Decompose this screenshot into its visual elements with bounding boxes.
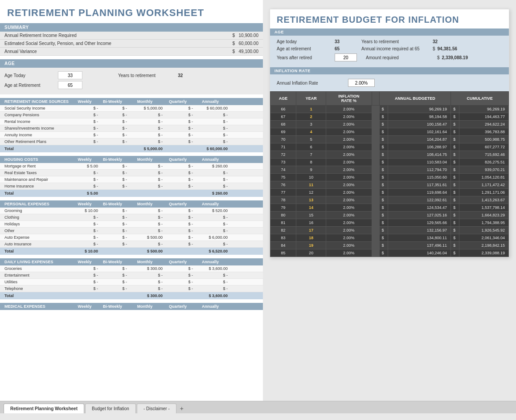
housing-total-weekly: $ 5.00 <box>71 191 98 196</box>
budget-annual-dollar: $ <box>433 46 435 51</box>
years-to-retirement-value: 32 <box>178 73 183 78</box>
main-container: RETIREMENT PLANNING WORKSHEET SUMMARY An… <box>0 0 516 401</box>
list-item: Other Retirement Plans$ -$ -$ -$ -$ - <box>0 139 263 145</box>
table-row: 79 14 2.00% $ 124,534.47 $ 1,537,798.14 <box>270 204 509 212</box>
income-quarterly-header: Quarterly <box>163 99 193 104</box>
budget-years-retirement-label: Years to retirement <box>361 39 433 44</box>
income-total-row: Total $ 5,000.00 $ 60,000.00 <box>0 145 263 152</box>
personal-section: PERSONAL EXPENSES Weekly Bi-Weekly Month… <box>0 200 263 255</box>
inflation-content: Annual Inflation Rate <box>270 74 509 91</box>
table-row: 67 2 2.00% $ 98,194.58 $ 194,463.77 <box>270 113 509 121</box>
summary-amount-1: 60,000.00 <box>239 41 259 46</box>
table-row: 68 3 2.00% $ 100,158.47 $ 294,622.24 <box>270 121 509 128</box>
budget-table: AGE YEAR INFLATIONRATE % ANNUAL BUDGETED… <box>270 91 509 257</box>
summary-amount-2: 49,100.00 <box>239 49 259 54</box>
tab-worksheet[interactable]: Retirement Planning Worksheet <box>4 404 84 413</box>
inflation-header: INFLATION RATE <box>270 67 509 74</box>
summary-value-2: $ 49,100.00 <box>233 49 258 54</box>
right-panel: RETIREMENT BUDGET FOR INFLATION AGE Age … <box>263 0 516 401</box>
list-item: Real Estate Taxes$ -$ -$ -$ -$ - <box>0 170 263 176</box>
list-item: Rental Income$ -$ -$ -$ -$ - <box>0 118 263 125</box>
summary-dollar-2: $ <box>233 49 235 54</box>
medical-section: MEDICAL EXPENSES Weekly Bi-Weekly Monthl… <box>0 303 263 310</box>
housing-total-row: Total $ 5.00 $ 260.00 <box>0 190 263 197</box>
income-total-label: Total <box>4 147 71 151</box>
age-retirement-row: Age at Retirement <box>4 81 258 89</box>
col-spacer <box>372 92 379 106</box>
age-today-row: Age Today Years to retirement 32 <box>4 71 258 79</box>
table-row: 70 5 2.00% $ 104,204.87 $ 500,988.75 <box>270 136 509 143</box>
summary-row-0: Annual Retirement Income Required $ 10,9… <box>0 32 263 40</box>
table-row: 77 12 2.00% $ 119,698.64 $ 1,291,171.06 <box>270 189 509 196</box>
col-cumulative: CUMULATIVE <box>451 92 509 106</box>
list-item: Social Security Income$ -$ -$ 5,000.00$ … <box>0 105 263 112</box>
budget-amount-val: 2,339,088.19 <box>442 55 468 60</box>
summary-value-1: $ 60,000.00 <box>233 41 258 46</box>
list-item: Telephone$ -$ -$ -$ -$ - <box>0 285 263 292</box>
inflation-input[interactable] <box>348 79 375 87</box>
summary-amount-0: 10,900.00 <box>239 33 259 38</box>
table-row: 83 18 2.00% $ 134,800.11 $ 2,061,346.04 <box>270 234 509 242</box>
summary-label-2: Annual Variance <box>4 49 37 54</box>
summary-label-1: Estimated Social Security, Pension, and … <box>4 41 111 46</box>
tab-bar: Retirement Planning Worksheet Budget for… <box>0 401 516 413</box>
age-today-label: Age Today <box>4 73 58 78</box>
budget-retirement-label: Age at retirement <box>277 46 335 51</box>
col-annual: ANNUAL BUDGETED <box>379 92 451 106</box>
table-row: 69 4 2.00% $ 102,161.64 $ 396,783.88 <box>270 128 509 136</box>
income-monthly-header: Monthly <box>127 99 163 104</box>
col-inflation: INFLATIONRATE % <box>326 92 372 106</box>
table-row: 75 10 2.00% $ 115,050.60 $ 1,054,120.81 <box>270 174 509 181</box>
age-retirement-input[interactable] <box>58 81 82 89</box>
add-tab-button[interactable]: + <box>177 404 186 413</box>
list-item: Annuity Income$ -$ -$ -$ -$ - <box>0 132 263 139</box>
list-item: Holidays$ -$ -$ -$ -$ - <box>0 221 263 228</box>
left-panel: RETIREMENT PLANNING WORKSHEET SUMMARY An… <box>0 0 263 401</box>
summary-dollar-1: $ <box>233 41 235 46</box>
budget-age-today-val: 33 <box>335 39 357 44</box>
table-row: 73 8 2.00% $ 110,583.04 $ 826,275.51 <box>270 159 509 166</box>
budget-title: RETIREMENT BUDGET FOR INFLATION <box>270 9 509 29</box>
list-item: Auto Insurance$ -$ -$ -$ -$ - <box>0 241 263 248</box>
housing-section: HOUSING COSTS Weekly Bi-Weekly Monthly Q… <box>0 156 263 197</box>
age-section: AGE Age Today Years to retirement 32 Age… <box>0 59 263 94</box>
list-item: Home Insurance$ -$ -$ -$ -$ - <box>0 183 263 190</box>
age-header: AGE <box>0 59 263 68</box>
budget-card: RETIREMENT BUDGET FOR INFLATION AGE Age … <box>270 9 509 257</box>
budget-annual-income-label: Annual income required at 65 <box>361 46 433 51</box>
years-to-retirement-label: Years to retirement <box>118 73 156 78</box>
summary-row-1: Estimated Social Security, Pension, and … <box>0 40 263 48</box>
table-row: 66 1 2.00% $ 96,269.19 $ 96,269.19 <box>270 106 509 113</box>
budget-retirement-row: Age at retirement 65 Annual income requi… <box>277 46 502 51</box>
age-today-input[interactable] <box>58 71 82 79</box>
budget-years-after-input[interactable] <box>335 53 357 61</box>
table-row: 84 19 2.00% $ 137,496.11 $ 2,198,842.15 <box>270 242 509 249</box>
list-item: Auto Expense$ -$ -$ 500.00$ -$ 6,000.00 <box>0 234 263 241</box>
list-item: Utilities$ -$ -$ -$ -$ - <box>0 279 263 285</box>
daily-section: DAILY LIVING EXPENSES Weekly Bi-Weekly M… <box>0 258 263 299</box>
budget-amount-dollar: $ <box>437 55 440 60</box>
personal-header: PERSONAL EXPENSES <box>4 202 71 206</box>
tab-budget[interactable]: Budget for Inflation <box>85 404 136 413</box>
budget-retirement-val: 65 <box>335 46 357 51</box>
budget-table-wrap: AGE YEAR INFLATIONRATE % ANNUAL BUDGETED… <box>270 91 509 257</box>
budget-age-content: Age today 33 Years to retirement 32 Age … <box>270 36 509 67</box>
budget-years-after-label: Years after retired <box>277 55 335 60</box>
table-row: 72 7 2.00% $ 108,414.75 $ 715,692.46 <box>270 151 509 159</box>
medical-header: MEDICAL EXPENSES <box>4 304 71 309</box>
budget-age-today-row: Age today 33 Years to retirement 32 <box>277 39 502 44</box>
summary-dollar-0: $ <box>233 33 235 38</box>
table-row: 80 15 2.00% $ 127,025.16 $ 1,664,823.29 <box>270 212 509 219</box>
summary-row-2: Annual Variance $ 49,100.00 <box>0 48 263 56</box>
list-item: Groceries$ -$ -$ 300.00$ -$ 3,600.00 <box>0 265 263 272</box>
table-row: 74 9 2.00% $ 112,794.70 $ 939,070.21 <box>270 166 509 174</box>
budget-annual-val: 94,381.56 <box>438 46 458 51</box>
table-row: 76 11 2.00% $ 117,351.61 $ 1,171,472.42 <box>270 181 509 189</box>
daily-total-row: Total $ 300.00 $ 3,600.00 <box>0 292 263 299</box>
tab-disclaimer[interactable]: - Disclaimer - <box>137 404 176 413</box>
table-row: 82 17 2.00% $ 132,156.97 $ 1,926,545.92 <box>270 227 509 234</box>
list-item: Clothing$ -$ -$ -$ -$ - <box>0 214 263 221</box>
housing-header: HOUSING COSTS <box>4 157 71 162</box>
summary-section: SUMMARY Annual Retirement Income Require… <box>0 23 263 56</box>
retirement-income-section: RETIREMENT INCOME SOURCES Weekly Bi-Week… <box>0 98 263 152</box>
